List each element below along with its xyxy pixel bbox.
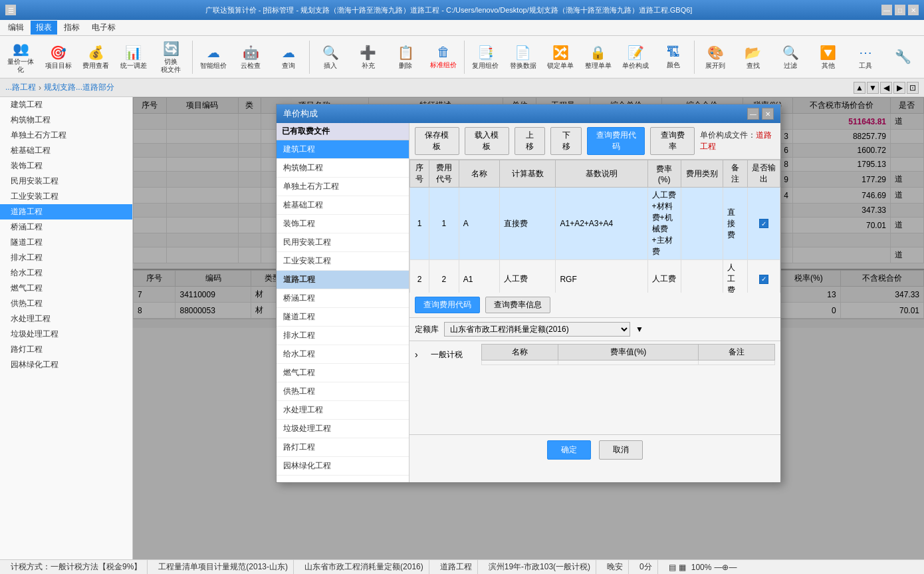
- toolbar-btn-0[interactable]: 👥 量价一体化: [3, 38, 39, 76]
- toolbar-btn-14[interactable]: 🔀 锁定单单: [542, 38, 579, 76]
- breadcrumb-item-2[interactable]: 规划支路...道路部分: [44, 82, 114, 93]
- sidebar-item-pile[interactable]: 桩基础工程: [0, 143, 132, 158]
- maximize-button[interactable]: □: [895, 5, 905, 15]
- modal-left-item-earthwork[interactable]: 单独土石方工程: [277, 178, 409, 196]
- modal-left-item-decoration[interactable]: 装饰工程: [277, 215, 409, 233]
- toolbar-btn-22[interactable]: ⋯ 工具: [848, 38, 884, 76]
- window-controls[interactable]: — □ ✕: [881, 5, 919, 15]
- toolbar-btn-6[interactable]: 🤖 云检查: [233, 38, 269, 76]
- sidebar-item-waste[interactable]: 垃圾处理工程: [0, 327, 132, 342]
- toolbar-btn-15[interactable]: 🔒 整理单单: [580, 38, 616, 76]
- breadcrumb-item-1[interactable]: ...路工程: [5, 82, 36, 93]
- modal-left-item-water-treatment[interactable]: 水处理工程: [277, 401, 409, 420]
- sidebar-item-tunnel[interactable]: 隧道工程: [0, 235, 132, 250]
- query-fee-code-bottom-button[interactable]: 查询费用代码: [415, 297, 480, 313]
- save-template-button[interactable]: 保存模板: [415, 127, 459, 155]
- move-down-button[interactable]: 下移: [550, 127, 581, 155]
- query-fee-rate-info-button[interactable]: 查询费率信息: [485, 297, 550, 313]
- query-fee-code-button[interactable]: 查询费用代码: [587, 127, 645, 155]
- sidebar-item-structure[interactable]: 构筑物工程: [0, 112, 132, 128]
- modal-minimize-button[interactable]: —: [747, 108, 759, 120]
- modal-left-item-civil[interactable]: 民用安装工程: [277, 233, 409, 252]
- nav-end-icon[interactable]: ⊡: [907, 82, 919, 94]
- sidebar-item-bridge[interactable]: 桥涵工程: [0, 219, 132, 235]
- menu-report[interactable]: 报表: [31, 21, 57, 35]
- toolbar-btn-8[interactable]: 🔍 插入: [312, 38, 349, 76]
- cancel-button[interactable]: 取消: [599, 440, 643, 460]
- sidebar-item-water-treatment[interactable]: 水处理工程: [0, 311, 132, 327]
- toolbar-btn-7[interactable]: ☁ 查询: [270, 38, 306, 76]
- modal-left-item-road-active[interactable]: 道路工程: [277, 271, 409, 289]
- view-mode-icon[interactable]: ▤: [669, 563, 676, 572]
- table-row[interactable]: [482, 360, 775, 365]
- toolbar-btn-2[interactable]: 💰 费用查看: [78, 38, 114, 76]
- modal-left-item-tunnel[interactable]: 隧道工程: [277, 308, 409, 327]
- nav-up-icon[interactable]: ▲: [854, 82, 866, 94]
- sidebar-item-road[interactable]: 道路工程: [0, 204, 132, 219]
- modal-left-item-structure[interactable]: 构筑物工程: [277, 159, 409, 178]
- toolbar-btn-3[interactable]: 📊 统一调差: [116, 38, 152, 76]
- nav-down-icon[interactable]: ▼: [867, 82, 879, 94]
- toolbar-btn-13[interactable]: 📄 替换数据: [505, 38, 541, 76]
- load-template-button[interactable]: 载入模板: [465, 127, 509, 155]
- modal-close-button[interactable]: ✕: [762, 108, 774, 120]
- menu-edit[interactable]: 编辑: [3, 21, 29, 35]
- sidebar-item-earthwork[interactable]: 单独土石方工程: [0, 128, 132, 143]
- toolbar-btn-21[interactable]: 🔽 其他: [810, 38, 846, 76]
- modal-left-item-water[interactable]: 给水工程: [277, 345, 409, 364]
- modal-left-item-pile[interactable]: 桩基础工程: [277, 196, 409, 215]
- modal-left-item-heat[interactable]: 供热工程: [277, 382, 409, 401]
- modal-left-item-road[interactable]: 建筑工程: [277, 140, 409, 159]
- modal-left-item-landscape[interactable]: 园林绿化工程: [277, 457, 409, 476]
- checkbox-output-1[interactable]: ✓: [759, 219, 768, 228]
- toolbar-btn-12[interactable]: 📑 复用组价: [467, 38, 504, 76]
- query-fee-rate-button[interactable]: 查询费率: [650, 127, 695, 155]
- toolbar-btn-4[interactable]: 🔄 切换税文件: [153, 38, 189, 76]
- sidebar-item-landscape[interactable]: 园林绿化工程: [0, 357, 132, 372]
- sidebar-item-decoration[interactable]: 装饰工程: [0, 158, 132, 174]
- sidebar-item-industrial-install[interactable]: 工业安装工程: [0, 189, 132, 204]
- sidebar-item-drainage[interactable]: 排水工程: [0, 250, 132, 265]
- menu-ebid[interactable]: 电子标: [86, 21, 121, 35]
- sidebar-item-water-supply[interactable]: 给水工程: [0, 265, 132, 281]
- toolbar-btn-9[interactable]: ➕ 补充: [350, 38, 386, 76]
- toolbar-btn-10[interactable]: 📋 删除: [388, 38, 424, 76]
- checkbox-output-2[interactable]: ✓: [759, 275, 768, 284]
- toolbar-btn-16[interactable]: 📝 单价构成: [618, 38, 654, 76]
- confirm-button[interactable]: 确定: [547, 440, 591, 460]
- toolbar-btn-5[interactable]: ☁ 智能组价: [195, 38, 231, 76]
- app-menu-icon[interactable]: ☰: [5, 5, 16, 15]
- minimize-button[interactable]: —: [881, 5, 892, 15]
- modal-left-item-streetlight[interactable]: 路灯工程: [277, 438, 409, 457]
- modal-left-item-bridge[interactable]: 桥涵工程: [277, 289, 409, 308]
- modal-left-item-industrial[interactable]: 工业安装工程: [277, 252, 409, 271]
- move-up-button[interactable]: 上移: [515, 127, 545, 155]
- sidebar-item-street-light[interactable]: 路灯工程: [0, 342, 132, 357]
- nav-left-icon[interactable]: ◀: [880, 82, 892, 94]
- sidebar-item-gas[interactable]: 燃气工程: [0, 281, 132, 296]
- toolbar-btn-17[interactable]: 🏗 颜色: [655, 38, 691, 76]
- modal-left-item-waste[interactable]: 垃圾处理工程: [277, 420, 409, 438]
- sidebar-item-civil-install[interactable]: 民用安装工程: [0, 174, 132, 189]
- table-row[interactable]: 1 1 A 直接费 A1+A2+A3+A4 人工费+材料费+机械费+主材费 直接…: [410, 188, 780, 260]
- toolbar-btn-23[interactable]: 🔧: [885, 38, 921, 76]
- nav-right-icon[interactable]: ▶: [893, 82, 905, 94]
- sidebar-item-architecture[interactable]: 建筑工程: [0, 97, 132, 112]
- tax-table-wrap[interactable]: 名称 费率值(%) 备注: [481, 344, 775, 432]
- toolbar-btn-18[interactable]: 🎨 展开到: [697, 38, 734, 76]
- toolbar-btn-11[interactable]: 🗑 标准组价: [425, 38, 461, 76]
- close-button[interactable]: ✕: [908, 5, 919, 15]
- modal-left-item-drainage[interactable]: 排水工程: [277, 327, 409, 345]
- toolbar-btn-19[interactable]: 📂 查找: [735, 38, 771, 76]
- tax-toggle-button[interactable]: ›: [415, 344, 428, 432]
- menu-index[interactable]: 指标: [58, 21, 85, 35]
- toolbar-btn-20[interactable]: 🔍 过滤: [772, 38, 809, 76]
- toolbar-btn-1[interactable]: 🎯 项目目标: [41, 38, 77, 76]
- view-mode-icon-2[interactable]: ▦: [679, 563, 686, 572]
- sidebar-item-heat[interactable]: 供热工程: [0, 296, 132, 311]
- zoom-slider[interactable]: —⊕—: [714, 563, 737, 572]
- quota-select[interactable]: 山东省市政工程消耗量定额(2016): [444, 322, 630, 337]
- inner-table-wrap[interactable]: 序号 费用代号 名称 计算基数 基数说明 费率(%) 费用类别 备注 是否输出: [409, 160, 780, 293]
- modal-left-item-gas[interactable]: 燃气工程: [277, 364, 409, 382]
- table-row[interactable]: 2 2 A1 人工费 RGF 人工费 人工费 ✓: [410, 260, 780, 293]
